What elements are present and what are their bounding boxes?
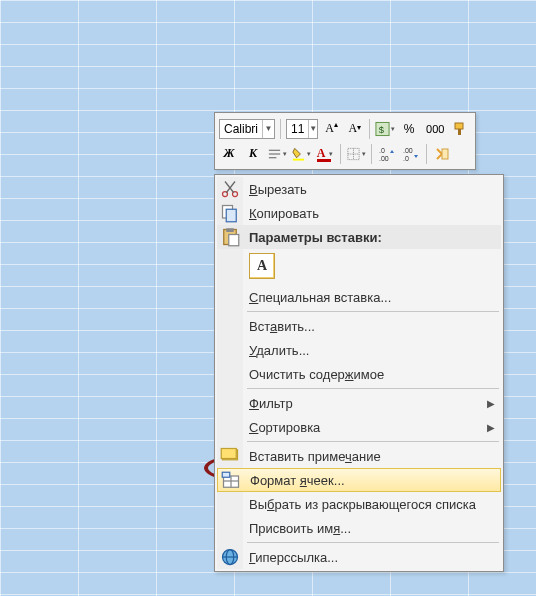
svg-line-19 bbox=[226, 182, 235, 193]
menu-label: Вставить примечание bbox=[249, 449, 381, 464]
chevron-down-icon: ▾ bbox=[391, 125, 395, 133]
separator bbox=[369, 119, 370, 139]
number-format-button[interactable]: $ ▾ bbox=[375, 119, 395, 139]
svg-text:.00: .00 bbox=[403, 147, 413, 154]
menu-label: Копировать bbox=[249, 206, 319, 221]
menu-label: Специальная вставка... bbox=[249, 290, 391, 305]
menu-item-sort[interactable]: Сортировка ▶ bbox=[217, 415, 501, 439]
context-menu: Вырезать Копировать Параметры вставки: A… bbox=[214, 174, 504, 572]
svg-rect-8 bbox=[317, 159, 331, 162]
increase-decimal-button[interactable]: .0.00 bbox=[377, 144, 397, 164]
menu-label: Гиперссылка... bbox=[249, 550, 338, 565]
menu-item-assign-name[interactable]: Присвоить имя... bbox=[217, 516, 501, 540]
separator bbox=[280, 119, 281, 139]
menu-label: Удалить... bbox=[249, 343, 309, 358]
separator bbox=[247, 542, 499, 543]
chevron-down-icon: ▼ bbox=[308, 120, 317, 138]
separator bbox=[371, 144, 372, 164]
svg-rect-25 bbox=[229, 235, 239, 246]
merge-center-button[interactable] bbox=[432, 144, 452, 164]
submenu-arrow-icon: ▶ bbox=[487, 398, 495, 409]
chevron-down-icon: ▾ bbox=[329, 150, 333, 158]
paste-option-glyph: A bbox=[257, 258, 267, 274]
chevron-down-icon: ▾ bbox=[362, 150, 366, 158]
svg-rect-22 bbox=[226, 209, 236, 222]
svg-text:.00: .00 bbox=[379, 155, 389, 162]
menu-label: Выбрать из раскрывающегося списка bbox=[249, 497, 476, 512]
comma-style-button[interactable]: 000 bbox=[423, 119, 448, 139]
font-name-value: Calibri bbox=[220, 122, 262, 136]
separator bbox=[340, 144, 341, 164]
menu-label: Вырезать bbox=[249, 182, 307, 197]
borders-button[interactable]: ▾ bbox=[346, 144, 366, 164]
percent-style-button[interactable]: % bbox=[399, 119, 418, 139]
scissors-icon bbox=[220, 179, 240, 199]
menu-label: Присвоить имя... bbox=[249, 521, 351, 536]
menu-label: Формат ячеек... bbox=[250, 473, 345, 488]
menu-item-copy[interactable]: Копировать bbox=[217, 201, 501, 225]
menu-item-cut[interactable]: Вырезать bbox=[217, 177, 501, 201]
italic-button[interactable]: К bbox=[243, 144, 263, 164]
shrink-font-button[interactable]: A▾ bbox=[345, 119, 364, 139]
menu-item-paste-options: Параметры вставки: bbox=[217, 225, 501, 249]
menu-label: Фильтр bbox=[249, 396, 293, 411]
menu-item-clear-contents[interactable]: Очистить содержимое bbox=[217, 362, 501, 386]
svg-rect-3 bbox=[458, 129, 461, 135]
comment-icon bbox=[220, 446, 240, 466]
grow-font-button[interactable]: A▴ bbox=[322, 119, 341, 139]
align-button[interactable]: ▾ bbox=[267, 144, 287, 164]
chevron-down-icon: ▾ bbox=[307, 150, 311, 158]
font-name-combo[interactable]: Calibri ▼ bbox=[219, 119, 275, 139]
submenu-arrow-icon: ▶ bbox=[487, 422, 495, 433]
separator bbox=[247, 441, 499, 442]
copy-icon bbox=[220, 203, 240, 223]
svg-rect-24 bbox=[226, 228, 234, 232]
menu-item-paste-special[interactable]: Специальная вставка... bbox=[217, 285, 501, 309]
svg-rect-31 bbox=[222, 472, 230, 477]
menu-item-hyperlink[interactable]: Гиперссылка... bbox=[217, 545, 501, 569]
chevron-down-icon: ▾ bbox=[283, 150, 287, 158]
paste-option-keep-formatting[interactable]: A bbox=[249, 253, 275, 279]
svg-rect-2 bbox=[455, 123, 463, 129]
format-cells-icon bbox=[221, 471, 241, 491]
fill-color-button[interactable]: ▾ bbox=[291, 144, 311, 164]
separator bbox=[247, 388, 499, 389]
svg-line-20 bbox=[225, 182, 234, 193]
chevron-down-icon: ▼ bbox=[262, 120, 274, 138]
svg-text:$: $ bbox=[379, 124, 385, 134]
clipboard-icon bbox=[220, 227, 240, 247]
svg-rect-16 bbox=[442, 149, 448, 159]
mini-toolbar: Calibri ▼ 11 ▼ A▴ A▾ $ ▾ % 000 Ж К ▾ bbox=[214, 112, 476, 170]
bold-button[interactable]: Ж bbox=[219, 144, 239, 164]
svg-text:.0: .0 bbox=[379, 147, 385, 154]
menu-item-insert[interactable]: Вставить... bbox=[217, 314, 501, 338]
menu-label: Параметры вставки: bbox=[249, 230, 382, 245]
menu-item-filter[interactable]: Фильтр ▶ bbox=[217, 391, 501, 415]
separator bbox=[426, 144, 427, 164]
font-color-button[interactable]: A ▾ bbox=[315, 144, 335, 164]
format-painter-button[interactable] bbox=[452, 119, 471, 139]
menu-item-insert-comment[interactable]: Вставить примечание bbox=[217, 444, 501, 468]
hyperlink-icon bbox=[220, 547, 240, 567]
menu-label: Очистить содержимое bbox=[249, 367, 384, 382]
svg-rect-27 bbox=[221, 449, 236, 459]
menu-label: Сортировка bbox=[249, 420, 320, 435]
menu-item-delete[interactable]: Удалить... bbox=[217, 338, 501, 362]
paste-options-panel: A bbox=[217, 249, 501, 285]
menu-item-format-cells[interactable]: Формат ячеек... bbox=[217, 468, 501, 492]
menu-item-pick-from-dropdown[interactable]: Выбрать из раскрывающегося списка bbox=[217, 492, 501, 516]
decrease-decimal-button[interactable]: .00.0 bbox=[401, 144, 421, 164]
font-size-value: 11 bbox=[287, 122, 308, 136]
svg-text:.0: .0 bbox=[403, 155, 409, 162]
menu-label: Вставить... bbox=[249, 319, 315, 334]
font-size-combo[interactable]: 11 ▼ bbox=[286, 119, 318, 139]
separator bbox=[247, 311, 499, 312]
svg-rect-7 bbox=[293, 158, 304, 160]
